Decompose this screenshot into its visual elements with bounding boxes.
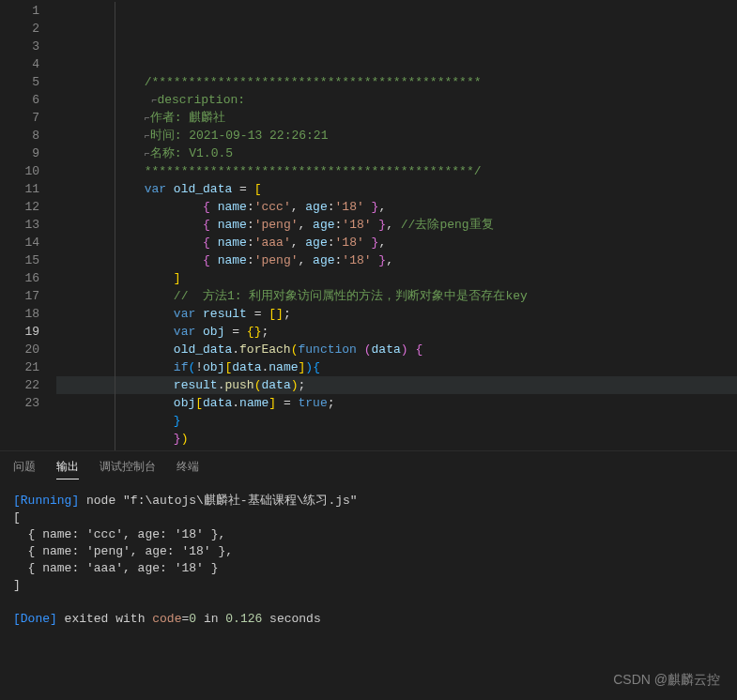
code-line[interactable]: ⌐时间: 2021-09-13 22:26:21	[56, 127, 737, 145]
line-number: 9	[0, 145, 39, 162]
code-line[interactable]: ⌐作者: 麒麟社	[56, 109, 737, 127]
code-line[interactable]: { name:'aaa', age:'18' },	[56, 234, 737, 251]
line-number: 20	[0, 341, 39, 358]
line-number: 23	[0, 394, 39, 412]
output-panel[interactable]: [Running] node "f:\autojs\麒麟社-基础课程\练习.js…	[0, 485, 737, 635]
line-number: 15	[0, 251, 39, 269]
code-line[interactable]	[56, 55, 737, 73]
code-line[interactable]: var result = [];	[56, 305, 737, 323]
code-line[interactable]: ⌐名称: V1.0.5	[56, 145, 737, 162]
code-area[interactable]: /***************************************…	[56, 0, 737, 450]
code-line[interactable]: ****************************************…	[56, 162, 737, 180]
code-line[interactable]: { name:'ccc', age:'18' },	[56, 198, 737, 216]
terminal-line: [Done] exited with code=0 in 0.126 secon…	[13, 611, 724, 628]
terminal-line: { name: 'peng', age: '18' },	[13, 543, 724, 560]
watermark: CSDN @麒麟云控	[613, 672, 720, 689]
tab-problems[interactable]: 问题	[13, 459, 36, 479]
line-number: 22	[0, 376, 39, 394]
line-number: 17	[0, 287, 39, 305]
line-number: 12	[0, 198, 39, 216]
terminal-line: { name: 'ccc', age: '18' },	[13, 526, 724, 543]
line-number: 16	[0, 269, 39, 287]
line-number: 21	[0, 358, 39, 376]
code-line[interactable]: obj[data.name] = true;	[56, 394, 737, 412]
terminal-line: [	[13, 510, 724, 526]
code-line[interactable]: { name:'peng', age:'18' }, //去除peng重复	[56, 216, 737, 234]
terminal-line: [Running] node "f:\autojs\麒麟社-基础课程\练习.js…	[13, 493, 724, 510]
code-line[interactable]: })	[56, 430, 737, 448]
code-line[interactable]: ]	[56, 269, 737, 287]
line-number: 14	[0, 234, 39, 251]
code-line[interactable]: var old_data = [	[56, 180, 737, 198]
code-line[interactable]: old_data.forEach(function (data) {	[56, 341, 737, 358]
code-line[interactable]: if(!obj[data.name]){	[56, 358, 737, 376]
line-number: 8	[0, 127, 39, 145]
code-line[interactable]: result.push(data);	[56, 376, 737, 394]
code-line[interactable]: var obj = {};	[56, 323, 737, 341]
code-line[interactable]: { name:'peng', age:'18' },	[56, 251, 737, 269]
line-number: 19	[0, 323, 39, 341]
code-line[interactable]: /***************************************…	[56, 73, 737, 91]
line-number: 2	[0, 20, 39, 38]
panel-tabs: 问题 输出 调试控制台 终端	[0, 450, 737, 485]
editor-pane: 1234567891011121314151617181920212223 /*…	[0, 0, 737, 450]
tab-terminal[interactable]: 终端	[177, 459, 199, 479]
tab-output[interactable]: 输出	[56, 459, 79, 479]
line-number: 3	[0, 38, 39, 55]
line-number: 5	[0, 73, 39, 91]
code-line[interactable]: }	[56, 412, 737, 430]
line-number: 1	[0, 2, 39, 20]
code-line[interactable]: ⌐description:	[56, 91, 737, 109]
line-number: 18	[0, 305, 39, 323]
terminal-line	[13, 594, 724, 611]
line-number-gutter: 1234567891011121314151617181920212223	[0, 0, 56, 450]
code-line[interactable]: // 方法1: 利用对象访问属性的方法，判断对象中是否存在key	[56, 287, 737, 305]
line-number: 7	[0, 109, 39, 127]
line-number: 10	[0, 162, 39, 180]
line-number: 4	[0, 55, 39, 73]
line-number: 13	[0, 216, 39, 234]
line-number: 6	[0, 91, 39, 109]
code-line[interactable]: console.log(result);	[56, 448, 737, 450]
terminal-line: ]	[13, 577, 724, 594]
tab-debug-console[interactable]: 调试控制台	[100, 459, 156, 479]
terminal-line: { name: 'aaa', age: '18' }	[13, 560, 724, 577]
line-number: 11	[0, 180, 39, 198]
